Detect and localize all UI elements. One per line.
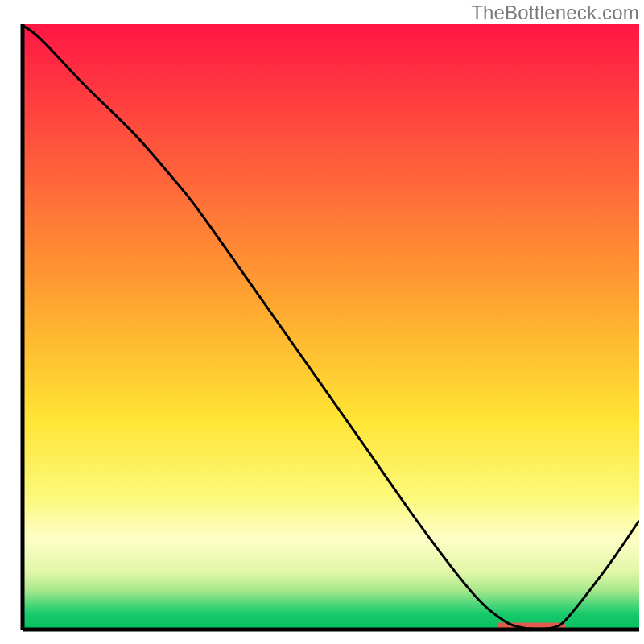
bottleneck-chart xyxy=(0,0,644,644)
watermark: TheBottleneck.com xyxy=(471,2,639,24)
chart-container: TheBottleneck.com xyxy=(0,0,644,644)
plot-area xyxy=(23,24,639,630)
